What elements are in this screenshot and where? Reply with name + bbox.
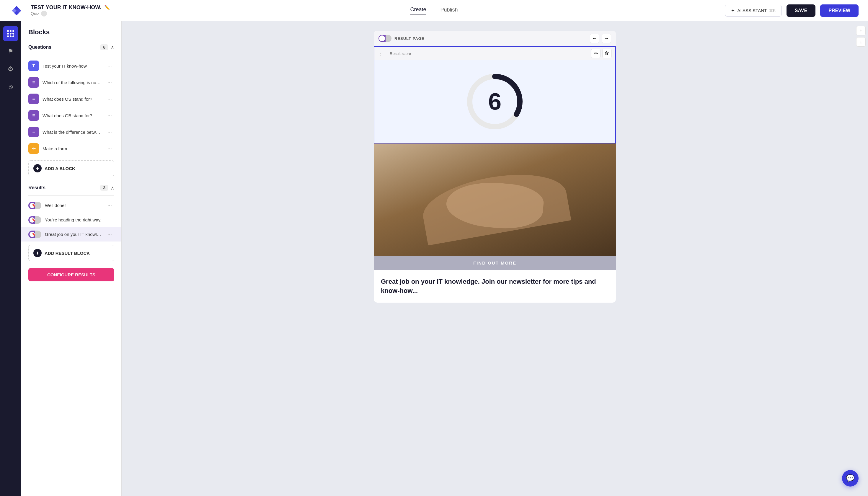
blocks-icon[interactable] (3, 26, 18, 41)
title-text: TEST YOUR IT KNOW-HOW. (31, 4, 101, 11)
icon-bar: ⚑ ⚙ ⎋ (0, 21, 21, 496)
save-button[interactable]: SAVE (787, 4, 816, 17)
scroll-down-icon[interactable]: ↓ (856, 37, 866, 47)
top-actions: ✦ AI ASSISTANT ⌘K SAVE PREVIEW (725, 4, 858, 17)
add-result-block-button[interactable]: + ADD RESULT BLOCK (28, 245, 114, 261)
preview-button[interactable]: PREVIEW (820, 4, 858, 17)
divider-3 (28, 196, 114, 196)
add-result-icon: + (33, 249, 42, 257)
result-more-1[interactable]: ··· (105, 201, 114, 210)
configure-results-button[interactable]: CONFIGURE RESULTS (28, 268, 114, 281)
add-block-button[interactable]: + ADD A BLOCK (28, 160, 114, 176)
image-section (374, 143, 616, 256)
canvas: ↑ ↓ RESULT PAGE ← → (122, 21, 868, 496)
question-item-1[interactable]: T Test your IT know-how ··· (21, 58, 121, 74)
question-label-5: What is the difference betwe... (43, 129, 102, 135)
score-circle: 6 (465, 72, 524, 131)
chat-button[interactable]: 💬 (842, 470, 858, 486)
ai-button-label: AI ASSISTANT (737, 8, 767, 13)
questions-count-badge: 6 (100, 44, 108, 50)
score-block-header: ⋮⋮ Result score ✏ 🗑 (374, 47, 615, 60)
question-label-4: What does GB stand for? (43, 113, 102, 118)
question-more-2[interactable]: ··· (105, 78, 114, 87)
question-item-2[interactable]: ≡ Which of the following is not ... ··· (21, 74, 121, 91)
main-layout: ⚑ ⚙ ⎋ Blocks Questions 6 ∧ T Test your I… (0, 21, 868, 496)
result-toggle-1: 🔖 (28, 202, 41, 209)
questions-chevron-icon: ∧ (111, 45, 114, 50)
scroll-controls: ↑ ↓ (856, 26, 866, 47)
result-label-1: Well done! (45, 203, 102, 208)
info-icon[interactable]: i (41, 11, 47, 17)
result-label-2: You're heading the right way. (45, 217, 102, 222)
question-item-5[interactable]: ≡ What is the difference betwe... ··· (21, 124, 121, 140)
results-section-title: Results (28, 185, 45, 190)
drag-handle-icon[interactable]: ⋮⋮ (378, 51, 387, 57)
result-page-wrapper: RESULT PAGE ← → ⋮⋮ Result score (374, 31, 616, 303)
question-item-3[interactable]: ≡ What does OS stand for? ··· (21, 91, 121, 107)
sidebar: Blocks Questions 6 ∧ T Test your IT know… (21, 21, 122, 496)
questions-section-header[interactable]: Questions 6 ∧ (21, 42, 121, 52)
image-placeholder (374, 143, 616, 256)
result-page-outer: RESULT PAGE ← → ⋮⋮ Result score (374, 31, 616, 303)
subtitle-text: Quiz (31, 11, 39, 16)
nav-publish[interactable]: Publish (440, 7, 458, 14)
nav-create[interactable]: Create (410, 6, 426, 14)
score-number: 6 (488, 88, 501, 115)
question-item-4[interactable]: ≡ What does GB stand for? ··· (21, 107, 121, 124)
image-visual (374, 143, 616, 256)
top-navigation: TEST YOUR IT KNOW-HOW. ✏️ Quiz i Create … (0, 0, 868, 21)
add-result-label: ADD RESULT BLOCK (45, 251, 90, 256)
ai-shortcut-label: ⌘K (769, 8, 776, 13)
result-item-2[interactable]: 🔖 You're heading the right way. ··· (21, 213, 121, 227)
questions-section-title: Questions (28, 45, 51, 50)
question-label-3: What does OS stand for? (43, 96, 102, 102)
delete-score-icon[interactable]: 🗑 (602, 49, 612, 58)
question-more-1[interactable]: ··· (105, 62, 114, 70)
arrow-right-icon[interactable]: → (602, 34, 611, 43)
find-out-more-bar: FIND OUT MORE (374, 256, 616, 270)
logo[interactable] (10, 3, 24, 18)
question-type-icon-1: T (28, 61, 39, 71)
scroll-up-icon[interactable]: ↑ (856, 26, 866, 35)
question-type-icon-6: ✛ (28, 143, 39, 154)
share-icon[interactable]: ⎋ (3, 79, 18, 94)
question-type-icon-4: ≡ (28, 110, 39, 121)
question-more-3[interactable]: ··· (105, 95, 114, 103)
question-more-4[interactable]: ··· (105, 111, 114, 120)
arrow-left-icon[interactable]: ← (590, 34, 599, 43)
score-block-label: Result score (390, 51, 411, 56)
results-chevron-icon: ∧ (111, 185, 114, 191)
app-title: TEST YOUR IT KNOW-HOW. ✏️ (31, 4, 110, 11)
ai-star-icon: ✦ (731, 8, 735, 13)
result-item-3[interactable]: 🔖 Great job on your IT knowled... ··· (21, 227, 121, 242)
result-page-label: RESULT PAGE (394, 36, 424, 41)
nav-center: Create Publish (410, 6, 458, 14)
edit-title-icon[interactable]: ✏️ (104, 5, 110, 10)
question-item-6[interactable]: ✛ Make a form ··· (21, 140, 121, 157)
divider-1 (28, 55, 114, 55)
question-type-icon-5: ≡ (28, 127, 39, 137)
result-page-nav-actions: ← → (590, 34, 611, 43)
app-title-section: TEST YOUR IT KNOW-HOW. ✏️ Quiz i (31, 4, 110, 17)
question-type-icon-2: ≡ (28, 77, 39, 88)
result-page-toggle[interactable] (378, 35, 391, 42)
footer-text: Great job on your IT knowledge. Join our… (374, 270, 616, 303)
score-visual: 6 (374, 60, 615, 143)
add-block-label: ADD A BLOCK (45, 166, 75, 171)
result-more-2[interactable]: ··· (105, 216, 114, 224)
question-more-5[interactable]: ··· (105, 128, 114, 136)
flag-icon[interactable]: ⚑ (3, 44, 18, 59)
result-page-header-left: RESULT PAGE (378, 35, 424, 42)
result-item-1[interactable]: 🔖 Well done! ··· (21, 198, 121, 213)
ai-assistant-button[interactable]: ✦ AI ASSISTANT ⌘K (725, 5, 781, 17)
score-block-header-left: ⋮⋮ Result score (378, 51, 411, 57)
settings-icon[interactable]: ⚙ (3, 61, 18, 77)
result-more-3[interactable]: ··· (105, 230, 114, 238)
result-toggle-3: 🔖 (28, 231, 41, 238)
result-toggle-2: 🔖 (28, 216, 41, 224)
toggle-dot (379, 35, 385, 41)
question-more-6[interactable]: ··· (105, 144, 114, 153)
sidebar-title: Blocks (21, 28, 121, 42)
edit-score-icon[interactable]: ✏ (591, 49, 601, 58)
results-section-header[interactable]: Results 3 ∧ (21, 183, 121, 193)
